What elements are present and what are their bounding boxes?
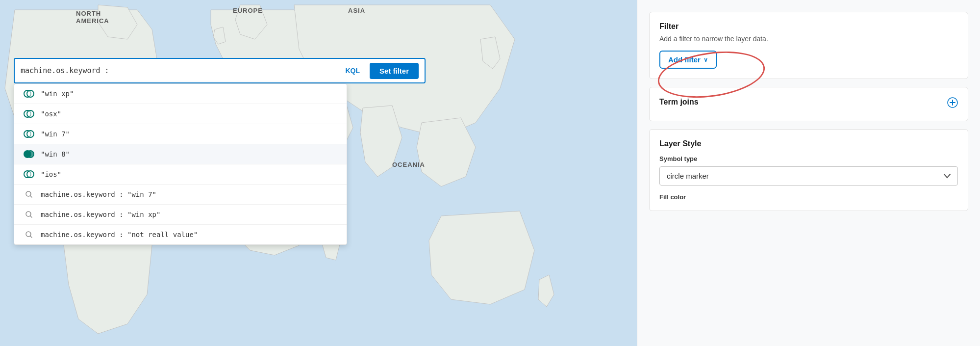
suggestion-query-winxp[interactable]: machine.os.keyword : "win xp"	[14, 205, 347, 225]
field-icon-2	[22, 129, 36, 139]
chevron-down-icon: ∨	[704, 56, 708, 63]
set-filter-button[interactable]: Set filter	[370, 63, 419, 79]
field-icon-3	[22, 149, 36, 159]
suggestion-text-4: "ios"	[41, 170, 61, 178]
svg-line-12	[30, 196, 32, 197]
suggestion-osx[interactable]: "osx"	[14, 104, 347, 124]
search-bar: machine.os.keyword : | KQL Set filter	[14, 58, 426, 83]
symbol-type-select[interactable]: circle marker	[659, 166, 958, 186]
filter-title: Filter	[659, 22, 958, 31]
suggestions-dropdown: "win xp" "osx" "win 7" "win 8"	[14, 83, 347, 245]
suggestion-win-8[interactable]: "win 8"	[14, 144, 347, 164]
suggestion-text-5: machine.os.keyword : "win 7"	[41, 190, 156, 198]
svg-point-8	[27, 151, 34, 158]
svg-line-16	[30, 236, 32, 238]
symbol-select-chevron	[944, 172, 951, 180]
svg-point-10	[27, 171, 34, 178]
suggestion-text-2: "win 7"	[41, 130, 70, 138]
svg-point-2	[27, 90, 34, 97]
add-filter-label: Add filter	[668, 55, 701, 64]
search-icon-7	[22, 230, 36, 240]
term-joins-section: Term joins	[649, 87, 968, 121]
suggestion-query-win7[interactable]: machine.os.keyword : "win 7"	[14, 185, 347, 205]
field-icon-0	[22, 89, 36, 99]
suggestion-text-7: machine.os.keyword : "not reall value"	[41, 231, 198, 239]
filter-section: Filter Add a filter to narrow the layer …	[649, 12, 968, 79]
kql-label[interactable]: KQL	[345, 67, 360, 75]
suggestion-text-0: "win xp"	[41, 90, 74, 98]
field-icon-4	[22, 169, 36, 179]
svg-point-4	[27, 110, 34, 117]
suggestion-text-6: machine.os.keyword : "win xp"	[41, 211, 160, 218]
search-input[interactable]: machine.os.keyword : |	[21, 66, 345, 75]
search-icon-5	[22, 189, 36, 199]
suggestion-text-1: "osx"	[41, 110, 61, 118]
suggestion-win-7[interactable]: "win 7"	[14, 124, 347, 144]
layer-style-section: Layer Style Symbol type circle marker Fi…	[649, 129, 968, 211]
symbol-type-label: Symbol type	[659, 155, 958, 162]
field-icon-1	[22, 109, 36, 119]
svg-point-6	[27, 131, 34, 137]
term-joins-title: Term joins	[659, 98, 699, 106]
symbol-type-value: circle marker	[667, 172, 709, 180]
suggestion-ios[interactable]: "ios"	[14, 164, 347, 185]
add-term-join-button[interactable]	[947, 97, 958, 111]
suggestion-win-xp[interactable]: "win xp"	[14, 84, 347, 104]
right-panel: Filter Add a filter to narrow the layer …	[637, 0, 980, 346]
suggestion-query-notreall[interactable]: machine.os.keyword : "not reall value"	[14, 225, 347, 244]
layer-style-title: Layer Style	[659, 139, 958, 148]
fill-color-label: Fill color	[659, 193, 958, 201]
filter-description: Add a filter to narrow the layer data.	[659, 35, 958, 43]
search-icon-6	[22, 210, 36, 219]
suggestion-text-3: "win 8"	[41, 150, 70, 158]
add-filter-button[interactable]: Add filter ∨	[659, 51, 717, 69]
svg-line-14	[30, 216, 32, 217]
